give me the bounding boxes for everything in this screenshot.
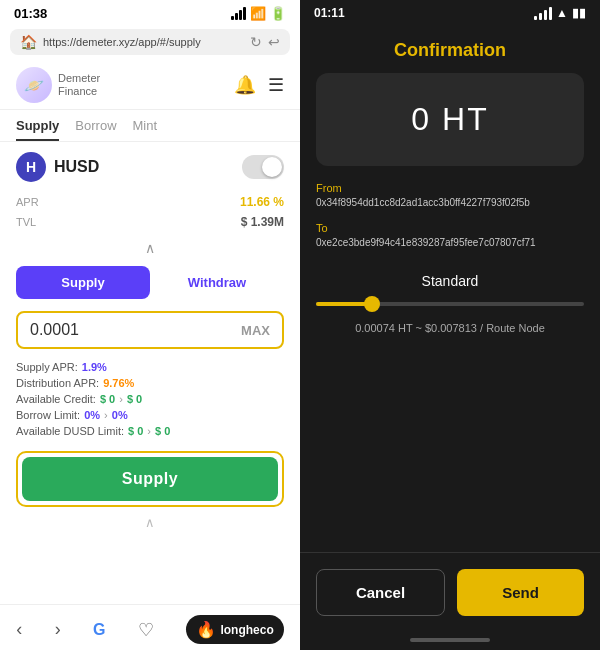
route-info: 0.00074 HT ~ $0.007813 / Route Node [300, 316, 600, 334]
dist-apr-row: Distribution APR: 9.76% [16, 375, 284, 391]
home-indicator [410, 638, 490, 642]
borrow-limit-label: Borrow Limit: [16, 409, 80, 421]
time-left: 01:38 [14, 6, 47, 21]
tvl-row: TVL $ 1.39M [16, 212, 284, 232]
collapse-down-btn[interactable]: ∧ [0, 511, 300, 534]
to-address: 0xe2ce3bde9f94c41e839287af95fee7c07807cf… [316, 236, 584, 250]
signal-icon [231, 7, 246, 20]
url-text: https://demeter.xyz/app/#/supply [43, 36, 244, 48]
signal-icon-right [534, 7, 552, 20]
avail-dusd-to: $ 0 [155, 425, 170, 437]
header-icons: 🔔 ☰ [234, 74, 284, 96]
time-right: 01:11 [314, 6, 345, 20]
app-logo: 🪐 Demeter Finance [16, 67, 100, 103]
dist-apr-label: Distribution APR: [16, 377, 99, 389]
menu-icon[interactable]: ☰ [268, 74, 284, 96]
amount-input-row[interactable]: MAX [16, 311, 284, 349]
supply-button-container: Supply [16, 451, 284, 507]
avail-dusd-label: Available DUSD Limit: [16, 425, 124, 437]
standard-label: Standard [422, 273, 479, 289]
left-panel: 01:38 📶 🔋 🏠 https://demeter.xyz/app/#/su… [0, 0, 300, 650]
back-icon[interactable]: ↩ [268, 34, 280, 50]
avail-dusd-row: Available DUSD Limit: $ 0 › $ 0 [16, 423, 284, 439]
supply-tab[interactable]: Supply [16, 266, 150, 299]
tab-supply[interactable]: Supply [16, 118, 59, 141]
bottom-bar: ‹ › G ♡ 🔥 longheco [0, 604, 300, 650]
action-buttons: Cancel Send [300, 552, 600, 632]
supply-apr-label: Supply APR: [16, 361, 78, 373]
tab-borrow[interactable]: Borrow [75, 118, 116, 141]
tvl-label: TVL [16, 216, 36, 228]
from-address: 0x34f8954dd1cc8d2ad1acc3b0ff4227f793f02f… [316, 196, 584, 210]
standard-section: Standard [300, 262, 600, 296]
dist-apr-value: 9.76% [103, 377, 134, 389]
wifi-icon: 📶 [250, 6, 266, 21]
token-row: H HUSD [0, 142, 300, 188]
status-icons-left: 📶 🔋 [231, 6, 286, 21]
borrow-limit-from: 0% [84, 409, 100, 421]
battery-icon: 🔋 [270, 6, 286, 21]
token-name: HUSD [54, 158, 99, 176]
google-icon[interactable]: G [93, 621, 105, 639]
brand-badge: 🔥 longheco [186, 615, 283, 644]
collapse-up-btn[interactable]: ∧ [0, 236, 300, 260]
avail-credit-from: $ 0 [100, 393, 115, 405]
logo-image: 🪐 [16, 67, 52, 103]
from-to-section: From 0x34f8954dd1cc8d2ad1acc3b0ff4227f79… [300, 182, 600, 262]
avail-dusd-from: $ 0 [128, 425, 143, 437]
main-tabs: Supply Borrow Mint [0, 110, 300, 142]
supply-apr-value: 1.9% [82, 361, 107, 373]
brand-name: longheco [220, 623, 273, 637]
borrow-limit-row: Borrow Limit: 0% › 0% [16, 407, 284, 423]
bell-icon[interactable]: 🔔 [234, 74, 256, 96]
browser-bar[interactable]: 🏠 https://demeter.xyz/app/#/supply ↻ ↩ [10, 29, 290, 55]
supply-apr-row: Supply APR: 1.9% [16, 359, 284, 375]
avail-credit-to: $ 0 [127, 393, 142, 405]
send-button[interactable]: Send [457, 569, 584, 616]
app-header: 🪐 Demeter Finance 🔔 ☰ [0, 59, 300, 110]
supply-button[interactable]: Supply [22, 457, 278, 501]
action-tabs: Supply Withdraw [16, 266, 284, 299]
slider-track[interactable] [316, 302, 584, 306]
from-label: From [316, 182, 584, 194]
cancel-button[interactable]: Cancel [316, 569, 445, 616]
token-info: H HUSD [16, 152, 99, 182]
tab-mint[interactable]: Mint [133, 118, 158, 141]
amount-card: 0 HT [316, 73, 584, 166]
avail-credit-row: Available Credit: $ 0 › $ 0 [16, 391, 284, 407]
borrow-limit-to: 0% [112, 409, 128, 421]
info-rows: Supply APR: 1.9% Distribution APR: 9.76%… [0, 355, 300, 443]
amount-display: 0 HT [316, 101, 584, 138]
stats-section: APR 11.66 % TVL $ 1.39M [0, 188, 300, 236]
wifi-icon-right: ▲ [556, 6, 568, 20]
back-nav-icon[interactable]: ‹ [16, 619, 22, 640]
tvl-value: $ 1.39M [241, 215, 284, 229]
confirmation-title: Confirmation [300, 24, 600, 73]
battery-icon-right: ▮▮ [572, 6, 586, 20]
max-button[interactable]: MAX [241, 323, 270, 338]
amount-input[interactable] [30, 321, 150, 339]
slider-fill [316, 302, 370, 306]
refresh-icon[interactable]: ↻ [250, 34, 262, 50]
apr-value: 11.66 % [240, 195, 284, 209]
toggle-knob [262, 157, 282, 177]
apr-row: APR 11.66 % [16, 192, 284, 212]
slider-section[interactable] [300, 296, 600, 316]
apr-label: APR [16, 196, 39, 208]
app-name: Demeter Finance [58, 72, 100, 98]
forward-nav-icon[interactable]: › [55, 619, 61, 640]
flame-icon: 🔥 [196, 620, 216, 639]
heart-icon[interactable]: ♡ [138, 619, 154, 641]
to-label: To [316, 222, 584, 234]
withdraw-tab[interactable]: Withdraw [150, 266, 284, 299]
status-bar-right: 01:11 ▲ ▮▮ [300, 0, 600, 24]
right-panel: 01:11 ▲ ▮▮ Confirmation 0 HT From 0x34f8… [300, 0, 600, 650]
status-icons-right: ▲ ▮▮ [534, 6, 586, 20]
token-toggle[interactable] [242, 155, 284, 179]
home-icon: 🏠 [20, 34, 37, 50]
token-icon: H [16, 152, 46, 182]
avail-credit-label: Available Credit: [16, 393, 96, 405]
slider-thumb[interactable] [364, 296, 380, 312]
status-bar-left: 01:38 📶 🔋 [0, 0, 300, 25]
